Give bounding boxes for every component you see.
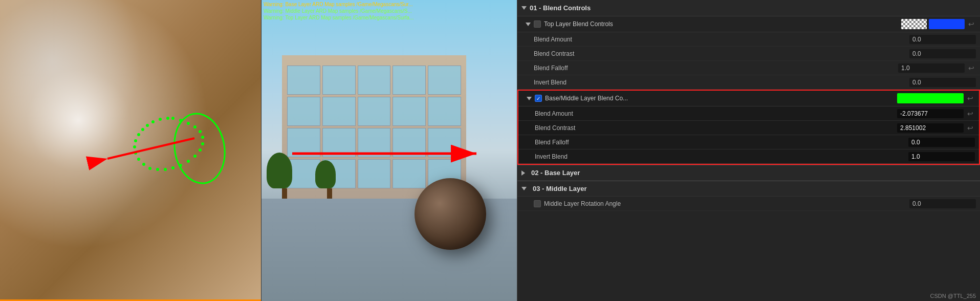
tree-top [267,153,292,188]
base-middle-reset-button[interactable]: ↩ [966,94,975,103]
base-blend-contrast-reset-button[interactable]: ↩ [966,123,975,133]
top-blend-falloff-reset-button[interactable]: ↩ [967,63,976,73]
top-blend-falloff-row: Blend Falloff 1.0 ↩ [517,61,980,75]
base-blend-contrast-row: Blend Contrast 2.851002 ↩ [518,121,979,135]
blue-color-swatch[interactable] [929,19,965,29]
texture-view-panel [0,0,261,301]
tree-top [315,160,336,188]
tree-1 [277,153,292,204]
green-dot [137,133,140,136]
top-blend-contrast-row: Blend Contrast 0.0 [517,47,980,61]
base-invert-blend-value[interactable]: 1.0 [908,152,975,161]
top-blend-amount-label: Blend Amount [534,36,909,43]
section-03-title: 03 - Middle Layer [533,185,586,192]
green-dot [137,158,140,161]
base-middle-header[interactable]: Base/Middle Layer Blend Co... ↩ [518,91,979,106]
window [358,159,391,188]
top-blend-falloff-value[interactable]: 1.0 [898,63,965,73]
top-blend-contrast-label: Blend Contrast [534,50,909,57]
base-blend-amount-reset-button[interactable]: ↩ [966,109,975,118]
section-02-title: 02 - Base Layer [531,169,580,177]
green-dot [156,168,159,171]
base-blend-amount-value[interactable]: -2.073677 [897,109,964,118]
middle-rotation-row: Middle Layer Rotation Angle 0.0 [517,197,980,211]
middle-rotation-label: Middle Layer Rotation Angle [544,200,909,207]
properties-panel[interactable]: 01 - Blend Controls Top Layer Blend Cont… [517,0,980,301]
snow-patch-1 [0,0,143,102]
green-dot [193,125,197,128]
top-layer-header[interactable]: Top Layer Blend Controls ↩ [517,16,980,32]
window [322,97,356,126]
base-invert-blend-row: Invert Blend 1.0 [518,149,979,164]
render-background: Warning: Base Layer ARD Map samples /Gam… [262,0,517,301]
green-dot [199,130,202,133]
top-blend-amount-value[interactable]: 0.0 [909,35,976,44]
green-dot [201,136,204,139]
base-blend-falloff-label: Blend Falloff [535,139,908,146]
top-layer-label: Top Layer Blend Controls [544,20,901,28]
sphere-object [415,178,486,250]
green-dot [166,117,169,120]
window [358,66,391,95]
window [358,97,391,126]
green-dot [201,142,204,145]
green-dot [151,120,155,123]
window [287,97,320,126]
texture-background [0,0,261,301]
base-blend-falloff-value[interactable]: 0.0 [908,138,975,147]
section-01-header[interactable]: 01 - Blend Controls [517,0,980,16]
chevron-down-icon [521,187,527,190]
green-dot [142,163,145,166]
top-blend-falloff-label: Blend Falloff [534,64,898,72]
section-01-title: 01 - Blend Controls [530,4,591,12]
top-invert-blend-label: Invert Blend [534,79,909,86]
top-layer-reset-button[interactable]: ↩ [967,19,976,29]
base-invert-blend-label: Invert Blend [535,153,908,160]
checker-swatch[interactable] [901,19,927,29]
green-dot [179,119,182,122]
snow-patch-2 [0,102,92,164]
green-color-swatch[interactable] [897,93,964,103]
top-layer-checkbox[interactable] [534,20,541,28]
middle-rotation-value[interactable]: 0.0 [909,199,976,208]
snow-patch-3 [0,164,51,205]
window [393,128,426,157]
top-invert-blend-value[interactable]: 0.0 [909,78,976,87]
section-03-header[interactable]: 03 - Middle Layer [517,181,980,197]
window [358,128,391,157]
green-dot [171,166,175,169]
green-dot [134,139,137,142]
section-02-header[interactable]: 02 - Base Layer [517,165,980,181]
middle-rotation-checkbox[interactable] [534,200,541,207]
window [322,128,356,157]
base-blend-contrast-value[interactable]: 2.851002 [897,123,964,133]
warning-line-2: Warning: Middle Layer ARD Map samples /G… [264,8,515,14]
green-dot [133,145,136,148]
green-dot [171,117,175,120]
base-middle-section: Base/Middle Layer Blend Co... ↩ Blend Am… [517,90,980,165]
green-dot [146,124,149,127]
top-blend-contrast-value[interactable]: 0.0 [909,49,976,58]
top-layer-swatch-area[interactable] [901,19,965,29]
window [287,66,320,95]
base-blend-contrast-label: Blend Contrast [535,124,897,132]
top-invert-blend-row: Invert Blend 0.0 [517,75,980,90]
base-blend-amount-label: Blend Amount [535,110,897,117]
warning-line-1: Warning: Base Layer ARD Map samples /Gam… [264,1,515,8]
window [393,66,426,95]
window [393,97,426,126]
window [428,128,461,157]
base-middle-checkbox[interactable] [535,95,542,102]
chevron-down-icon [526,23,531,26]
green-dot [187,160,190,163]
green-dot [148,167,151,170]
green-dot [193,155,197,158]
tree-2 [323,160,336,204]
green-dot [159,118,162,121]
green-dot [187,122,190,125]
top-blend-amount-row: Blend Amount 0.0 [517,32,980,47]
base-blend-amount-row: Blend Amount -2.073677 ↩ [518,106,979,121]
warning-line-3: Warning: Top Layer ARD Map samples /Game… [264,14,515,21]
chevron-right-icon [521,170,525,176]
window [428,66,461,95]
